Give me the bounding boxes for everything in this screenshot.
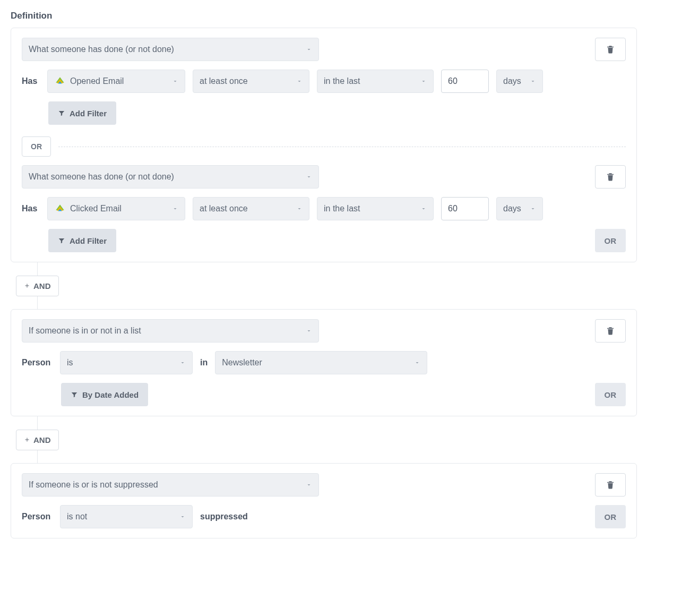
add-and-button[interactable]: AND [16,276,59,296]
trash-icon [606,480,615,490]
group3-header: If someone is or is not suppressed [22,473,626,497]
has-label: Has [22,76,40,86]
operator-label: is [67,358,73,367]
klaviyo-icon [54,203,66,215]
chevron-down-icon [171,360,186,366]
chevron-down-icon [163,206,178,212]
operator-select[interactable]: is not [60,505,193,528]
group2-footer: By Date Added OR [22,383,626,406]
in-label: in [200,358,208,367]
suppressed-label: suppressed [200,512,248,521]
value-input[interactable]: 60 [441,70,489,93]
chevron-down-icon [521,78,536,84]
and-connector-2: AND [11,416,637,463]
funnel-icon [58,109,65,117]
group3-details: Person is not suppressed OR [22,505,626,528]
condition-2-details: Has Clicked Email at least once in the l… [22,197,626,220]
and-connector-1: AND [11,262,637,309]
plus-icon [24,437,30,443]
add-filter-label: Add Filter [70,109,107,118]
trash-icon [606,45,615,54]
unit-label: days [503,76,521,86]
condition-group-2: If someone is in or not in a list Person… [11,309,637,416]
chevron-down-icon [521,206,536,212]
list-name: Newsletter [222,358,262,367]
event-label: Opened Email [70,76,124,86]
trash-icon [606,172,615,182]
and-label: AND [33,435,51,444]
add-filter-button[interactable]: Add Filter [48,101,116,125]
condition-type-select[interactable]: If someone is or is not suppressed [22,473,319,497]
value-text: 60 [448,204,458,213]
frequency-label: at least once [200,76,248,86]
unit-select[interactable]: days [496,70,543,93]
condition-type-select[interactable]: What someone has done (or not done) [22,165,319,189]
unit-label: days [503,204,521,213]
unit-select[interactable]: days [496,197,543,220]
funnel-icon [71,391,78,398]
list-select[interactable]: Newsletter [215,351,427,374]
delete-condition-button[interactable] [595,473,626,497]
chevron-down-icon [297,174,312,180]
condition-1-details: Has Opened Email at least once in the la… [22,70,626,93]
has-label: Has [22,204,40,213]
condition-2-header: What someone has done (or not done) [22,165,626,189]
range-label: in the last [324,204,360,213]
operator-label: is not [67,512,87,521]
operator-select[interactable]: is [60,351,193,374]
definition-container: Definition What someone has done (or not… [11,11,637,538]
chevron-down-icon [412,206,427,212]
range-select[interactable]: in the last [317,70,434,93]
chevron-down-icon [171,514,186,520]
chevron-down-icon [297,328,312,334]
event-select[interactable]: Clicked Email [47,197,185,220]
plus-icon [24,283,30,289]
add-filter-row-2: Add Filter OR [22,229,626,252]
person-label: Person [22,358,53,367]
event-label: Clicked Email [70,204,122,213]
and-label: AND [33,281,51,290]
event-select[interactable]: Opened Email [47,70,185,93]
condition-group-1: What someone has done (or not done) Has … [11,28,637,262]
add-filter-button[interactable]: Add Filter [48,229,116,252]
frequency-select[interactable]: at least once [193,197,309,220]
chevron-down-icon [297,46,312,53]
dashed-divider [58,147,626,147]
funnel-icon [58,237,65,244]
chevron-down-icon [288,206,303,212]
chevron-down-icon [288,78,303,84]
delete-condition-button[interactable] [595,38,626,61]
person-label: Person [22,512,53,521]
condition-type-label: If someone is in or not in a list [29,326,141,336]
range-select[interactable]: in the last [317,197,434,220]
value-input[interactable]: 60 [441,197,489,220]
group2-header: If someone is in or not in a list [22,319,626,343]
by-date-added-button[interactable]: By Date Added [61,383,148,406]
frequency-select[interactable]: at least once [193,70,309,93]
delete-condition-button[interactable] [595,319,626,343]
klaviyo-icon [54,75,66,87]
add-or-button[interactable]: OR [595,229,626,252]
by-date-added-label: By Date Added [82,390,139,399]
condition-1-header: What someone has done (or not done) [22,38,626,61]
chevron-down-icon [406,360,420,366]
chevron-down-icon [412,78,427,84]
or-pill: OR [22,136,51,157]
group2-details: Person is in Newsletter [22,351,626,374]
condition-type-select[interactable]: If someone is in or not in a list [22,319,319,343]
or-divider-row: OR [22,136,626,157]
value-text: 60 [448,76,458,86]
section-title: Definition [11,11,637,21]
add-or-button[interactable]: OR [595,505,626,528]
condition-type-label: What someone has done (or not done) [29,172,174,182]
condition-type-label: If someone is or is not suppressed [29,480,158,490]
chevron-down-icon [297,482,312,488]
delete-condition-button[interactable] [595,165,626,189]
add-and-button[interactable]: AND [16,430,59,450]
condition-type-select[interactable]: What someone has done (or not done) [22,38,319,61]
range-label: in the last [324,76,360,86]
trash-icon [606,326,615,336]
add-or-button[interactable]: OR [595,383,626,406]
add-filter-row-1: Add Filter [22,101,626,125]
condition-group-3: If someone is or is not suppressed Perso… [11,463,637,538]
